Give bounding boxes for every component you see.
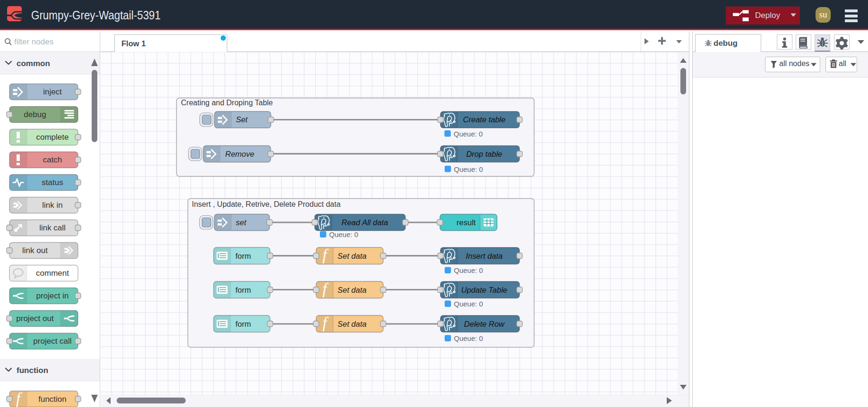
svg-text:link call: link call bbox=[39, 223, 66, 232]
svg-text:function: function bbox=[38, 395, 67, 404]
svg-text:status: status bbox=[42, 178, 63, 187]
svg-text:catch: catch bbox=[43, 155, 62, 164]
svg-text:function: function bbox=[17, 366, 48, 375]
svg-text:common: common bbox=[17, 59, 50, 68]
svg-text:debug: debug bbox=[24, 110, 46, 119]
svg-text:comment: comment bbox=[36, 269, 69, 278]
svg-text:project call: project call bbox=[33, 337, 71, 346]
svg-text:complete: complete bbox=[36, 133, 69, 142]
svg-text:link out: link out bbox=[22, 246, 48, 255]
svg-text:project in: project in bbox=[36, 291, 69, 300]
svg-text:project out: project out bbox=[16, 314, 54, 323]
svg-text:inject: inject bbox=[43, 87, 62, 96]
svg-text:link in: link in bbox=[42, 201, 62, 210]
